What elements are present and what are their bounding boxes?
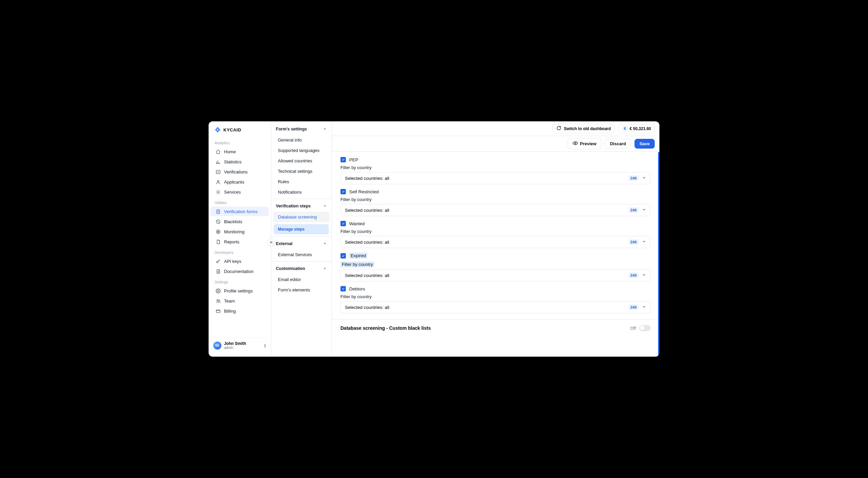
sidebar-item-services[interactable]: Services xyxy=(211,187,269,197)
sidebar-item-label: Services xyxy=(224,190,241,195)
verifications-icon xyxy=(215,169,221,174)
svg-rect-12 xyxy=(216,310,220,312)
collapse-sidebar-button[interactable] xyxy=(267,238,275,246)
screening-field-expired: ExpiredFilter by countrySelected countri… xyxy=(340,253,651,281)
chevron-up-icon xyxy=(323,242,327,246)
subnav-item-form-s-elements[interactable]: Form's elements xyxy=(273,285,329,295)
chevron-up-icon xyxy=(323,127,327,131)
country-count-badge: 248 xyxy=(628,305,639,310)
self-restricted-checkbox[interactable] xyxy=(340,189,346,194)
chevron-down-icon xyxy=(642,273,646,278)
sidebar-item-applicants[interactable]: Applicants xyxy=(211,177,269,186)
expired-label: Expired xyxy=(349,253,367,259)
subnav-item-supported-languages[interactable]: Supported languages xyxy=(273,145,329,156)
pep-label: PEP xyxy=(349,157,358,162)
applicants-icon xyxy=(215,179,221,184)
manage-steps-button[interactable]: Manage steps xyxy=(274,224,329,234)
debtors-filter-label: Filter by country xyxy=(340,294,651,299)
sidebar-item-billing[interactable]: Billing xyxy=(211,306,269,316)
subnav-item-notifications[interactable]: Notifications xyxy=(273,187,329,197)
nav-section-label: Analytics xyxy=(209,137,271,146)
save-button[interactable]: Save xyxy=(634,139,655,148)
debtors-country-select[interactable]: Selected countries: all248 xyxy=(340,301,651,313)
expired-filter-label: Filter by country xyxy=(340,262,374,267)
sidebar-item-label: Profile settings xyxy=(224,288,253,294)
sidebar-item-profile-settings[interactable]: Profile settings xyxy=(211,286,269,296)
switch-dashboard-button[interactable]: Switch to old dashboard xyxy=(552,124,615,133)
save-label: Save xyxy=(640,141,650,146)
pep-country-select[interactable]: Selected countries: all248 xyxy=(340,172,651,184)
subnav-item-technical-settings[interactable]: Technical settings xyxy=(273,166,329,176)
verification-forms-icon xyxy=(215,209,221,214)
self-restricted-label: Self Restricted xyxy=(349,189,379,194)
svg-point-7 xyxy=(218,231,218,232)
debtors-label: Debtors xyxy=(349,286,365,292)
select-value: Selected countries: all xyxy=(345,305,389,310)
refresh-icon xyxy=(556,126,561,131)
logo[interactable]: KYCAID xyxy=(209,125,271,137)
subnav-group-customisation[interactable]: Customisation xyxy=(271,263,331,274)
self-restricted-country-select[interactable]: Selected countries: all248 xyxy=(340,204,651,216)
expired-checkbox[interactable] xyxy=(340,253,346,259)
subnav-item-external-services[interactable]: External Services xyxy=(273,249,329,260)
switch-dashboard-label: Switch to old dashboard xyxy=(564,126,611,131)
balance-pill[interactable]: € € 50,321.60 xyxy=(619,124,655,133)
chevron-down-icon xyxy=(642,239,646,245)
nav-section-label: Developers xyxy=(209,247,271,256)
custom-blacklist-state: Off xyxy=(630,326,636,331)
sidebar-item-verification-forms[interactable]: Verification forms xyxy=(211,207,269,216)
billing-icon xyxy=(215,308,221,314)
subnav-item-email-editor[interactable]: Email editor xyxy=(273,274,329,285)
subnav-item-database-screening[interactable]: Database screening xyxy=(273,212,329,222)
sidebar-item-label: API keys xyxy=(224,259,241,264)
subnav-group-verification-steps[interactable]: Verification steps xyxy=(271,200,331,212)
preview-button[interactable]: Preview xyxy=(567,138,601,149)
subnav-item-rules[interactable]: Rules xyxy=(273,176,329,187)
svg-point-1 xyxy=(217,180,219,182)
sidebar-item-home[interactable]: Home xyxy=(211,147,269,156)
subnav-group-form-s-settings[interactable]: Form's settings xyxy=(271,123,331,135)
wanted-checkbox[interactable] xyxy=(340,221,346,226)
sidebar-item-blacklists[interactable]: Blacklists xyxy=(211,217,269,226)
sidebar-item-reports[interactable]: Reports xyxy=(211,237,269,246)
subnav-group-title: Verification steps xyxy=(276,204,311,208)
form-scroll-area[interactable]: PEPFilter by countrySelected countries: … xyxy=(332,151,659,357)
pep-checkbox[interactable] xyxy=(340,157,346,162)
debtors-checkbox[interactable] xyxy=(340,286,346,292)
subnav-item-allowed-countries[interactable]: Allowed countries xyxy=(273,156,329,166)
discard-button[interactable]: Discard xyxy=(605,139,631,148)
sidebar-item-label: Reports xyxy=(224,239,240,244)
sidebar-item-verifications[interactable]: Verifications xyxy=(211,167,269,176)
expired-country-select[interactable]: Selected countries: all248 xyxy=(340,269,651,281)
secondary-sidebar: Form's settingsGeneral infoSupported lan… xyxy=(271,121,332,357)
statistics-icon xyxy=(215,159,221,164)
chevron-down-icon xyxy=(642,207,646,213)
sidebar-item-documentation[interactable]: Documentation xyxy=(211,267,269,276)
select-value: Selected countries: all xyxy=(345,273,389,278)
sidebar-item-statistics[interactable]: Statistics xyxy=(211,157,269,166)
subnav-group-title: External xyxy=(276,241,292,246)
brand-logo-icon xyxy=(215,127,221,133)
sidebar-item-label: Blacklists xyxy=(224,219,242,224)
sidebar-item-monitoring[interactable]: Monitoring xyxy=(211,227,269,236)
primary-sidebar: KYCAID AnalyticsHomeStatisticsVerificati… xyxy=(209,121,271,357)
sidebar-item-api-keys[interactable]: API keys xyxy=(211,257,269,266)
balance-value: € 50,321.60 xyxy=(630,126,651,131)
wanted-country-select[interactable]: Selected countries: all248 xyxy=(340,236,651,248)
home-icon xyxy=(215,149,221,154)
screening-field-pep: PEPFilter by countrySelected countries: … xyxy=(340,157,651,184)
user-chip[interactable]: SE John Smith admin ▴▾ xyxy=(209,338,271,353)
country-count-badge: 248 xyxy=(628,175,639,181)
svg-point-10 xyxy=(217,300,218,301)
custom-blacklist-toggle[interactable] xyxy=(639,325,651,331)
reports-icon xyxy=(215,239,221,244)
profile-settings-icon xyxy=(215,288,221,294)
chevron-down-icon xyxy=(642,175,646,181)
subnav-item-general-info[interactable]: General info xyxy=(273,135,329,145)
sidebar-item-team[interactable]: Team xyxy=(211,296,269,306)
services-icon xyxy=(215,189,221,195)
subnav-group-title: Form's settings xyxy=(276,127,307,131)
subnav-group-external[interactable]: External xyxy=(271,238,331,249)
sidebar-item-label: Monitoring xyxy=(224,229,245,234)
sidebar-item-label: Billing xyxy=(224,309,236,314)
